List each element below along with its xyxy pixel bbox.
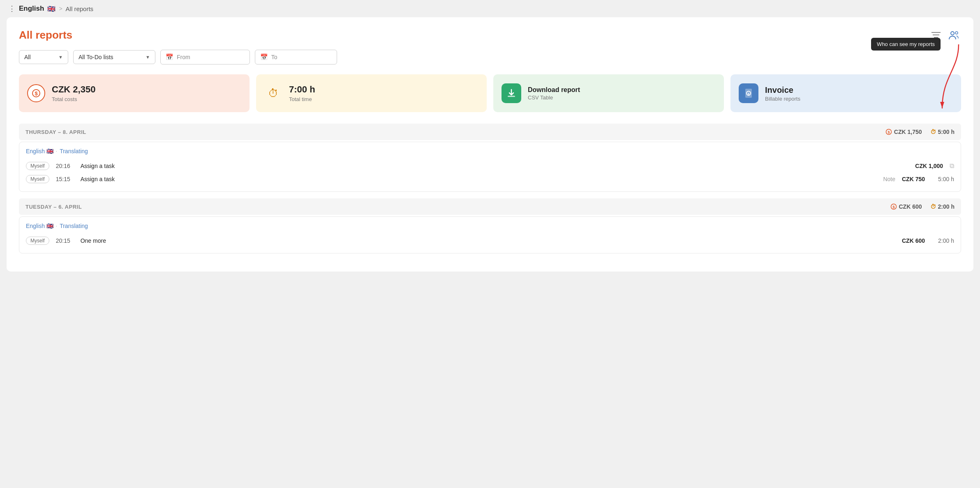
svg-text:$: $	[748, 92, 750, 96]
todolist-filter-value: All To-Do lists	[79, 54, 113, 60]
filters-row: All ▼ All To-Do lists ▼ 📅 From 📅 To	[19, 50, 961, 64]
entry-badge-2: Myself	[26, 175, 49, 183]
total-time-card: ⏱ 7:00 h Total time	[256, 74, 487, 112]
entry-badge-3: Myself	[26, 237, 49, 245]
project-link-english-2[interactable]: English 🇬🇧	[26, 223, 53, 229]
download-report-card[interactable]: Download report CSV Table	[493, 74, 724, 112]
menu-dots[interactable]: ⋮	[8, 4, 16, 13]
download-subtitle: CSV Table	[528, 94, 580, 101]
svg-point-4	[955, 32, 958, 34]
task-group-translating-1[interactable]: Translating	[60, 148, 88, 154]
entry-cost-2: CZK 750	[902, 176, 925, 182]
summary-cards: $ CZK 2,350 Total costs ⏱ 7:00 h Total t…	[19, 74, 961, 112]
dollar-circle-icon: $	[32, 89, 41, 98]
to-calendar-icon: 📅	[260, 53, 268, 61]
entry-time-2: 15:15	[56, 176, 74, 182]
svg-text:$: $	[892, 205, 894, 209]
entry-row-3: Myself 20:15 One more CZK 600 2:00 h	[26, 234, 954, 247]
invoice-icon: $	[739, 83, 758, 103]
invoice-title: Invoice	[765, 85, 800, 95]
section-date-tuesday: TUESDAY – 6. APRIL	[25, 204, 82, 210]
cost-icon: $	[27, 84, 45, 102]
svg-point-3	[951, 32, 954, 35]
section-cost-thursday: $ CZK 1,750	[885, 129, 922, 135]
total-costs-value: CZK 2,350	[52, 84, 95, 95]
entry-task-2: Assign a task	[81, 176, 877, 182]
users-icon	[949, 30, 959, 39]
main-card: All reports Who can see my reports	[7, 17, 973, 272]
entry-row-1: Myself 20:16 Assign a task CZK 1,000 ⧉	[26, 159, 954, 173]
toolbar-right: Who can see my reports	[930, 29, 961, 41]
invoice-subtitle: Billable reports	[765, 96, 800, 102]
time-icon: ⏱	[264, 84, 282, 102]
entry-note-2: Note	[883, 176, 895, 182]
to-date-input[interactable]	[282, 54, 331, 60]
entry-group-tuesday: English 🇬🇧 · Translating Myself 20:15 On…	[19, 216, 961, 253]
breadcrumb-arrow: >	[59, 5, 62, 12]
to-label: To	[271, 54, 277, 60]
project-link-english-1[interactable]: English 🇬🇧	[26, 148, 53, 154]
total-costs-label: Total costs	[52, 96, 95, 102]
project-row-thursday: English 🇬🇧 · Translating	[26, 148, 954, 154]
entry-task-1: Assign a task	[81, 163, 909, 169]
project-row-tuesday: English 🇬🇧 · Translating	[26, 223, 954, 229]
svg-rect-8	[508, 96, 515, 97]
entry-copy-icon-1[interactable]: ⧉	[950, 162, 954, 170]
who-can-see-button[interactable]	[947, 29, 961, 41]
workspace-title: English	[19, 5, 44, 13]
from-calendar-icon: 📅	[166, 53, 173, 61]
entry-cost-1: CZK 1,000	[915, 163, 943, 169]
svg-text:$: $	[888, 130, 890, 134]
total-time-label: Total time	[289, 96, 315, 102]
dot-separator-1: ·	[56, 148, 57, 154]
entry-group-thursday: English 🇬🇧 · Translating Myself 20:16 As…	[19, 142, 961, 192]
section-header-thursday: THURSDAY – 8. APRIL $ CZK 1,750 ⏱ 5:00 h	[19, 124, 961, 140]
entry-badge-1: Myself	[26, 162, 49, 170]
section-totals-tuesday: $ CZK 600 ⏱ 2:00 h	[890, 203, 955, 210]
section-totals-thursday: $ CZK 1,750 ⏱ 5:00 h	[885, 129, 955, 135]
total-costs-card: $ CZK 2,350 Total costs	[19, 74, 250, 112]
download-title: Download report	[528, 86, 580, 94]
todolist-filter[interactable]: All To-Do lists ▼	[73, 50, 155, 64]
section-tuesday: TUESDAY – 6. APRIL $ CZK 600 ⏱ 2:00 h En…	[19, 198, 961, 253]
download-icon	[502, 83, 521, 103]
svg-text:$: $	[35, 90, 38, 97]
invoice-card[interactable]: $ Invoice Billable reports	[730, 74, 961, 112]
from-date-input[interactable]	[195, 54, 245, 60]
page-title: All reports	[19, 29, 961, 41]
entry-duration-2: 5:00 h	[931, 176, 954, 182]
section-time-tuesday: ⏱ 2:00 h	[930, 203, 955, 210]
from-label: From	[177, 54, 190, 60]
entry-time-3: 20:15	[56, 237, 74, 244]
breadcrumb-label: All reports	[66, 5, 94, 12]
entry-time-1: 20:16	[56, 163, 74, 169]
section-time-thursday: ⏱ 5:00 h	[930, 129, 955, 135]
entry-task-3: One more	[81, 237, 895, 244]
entry-row-2: Myself 15:15 Assign a task Note CZK 750 …	[26, 173, 954, 186]
coin-icon-thursday: $	[885, 129, 892, 135]
status-filter[interactable]: All ▼	[19, 50, 68, 64]
coin-icon-tuesday: $	[890, 203, 897, 210]
section-cost-tuesday: $ CZK 600	[890, 203, 922, 210]
total-time-value: 7:00 h	[289, 84, 315, 95]
todolist-chevron-icon: ▼	[146, 55, 150, 60]
workspace-flag: 🇬🇧	[47, 5, 55, 13]
entry-duration-3: 2:00 h	[931, 237, 954, 244]
section-thursday: THURSDAY – 8. APRIL $ CZK 1,750 ⏱ 5:00 h…	[19, 124, 961, 192]
tooltip-who-can-see: Who can see my reports	[871, 38, 941, 51]
section-header-tuesday: TUESDAY – 6. APRIL $ CZK 600 ⏱ 2:00 h	[19, 198, 961, 215]
from-date-filter[interactable]: 📅 From	[160, 50, 250, 64]
dot-separator-2: ·	[56, 223, 57, 229]
task-group-translating-2[interactable]: Translating	[60, 223, 88, 229]
top-bar: ⋮ English 🇬🇧 > All reports	[0, 0, 980, 17]
status-chevron-icon: ▼	[58, 55, 63, 60]
status-filter-value: All	[24, 54, 31, 60]
section-date-thursday: THURSDAY – 8. APRIL	[25, 129, 86, 135]
entry-cost-3: CZK 600	[902, 237, 925, 244]
to-date-filter[interactable]: 📅 To	[255, 50, 337, 64]
